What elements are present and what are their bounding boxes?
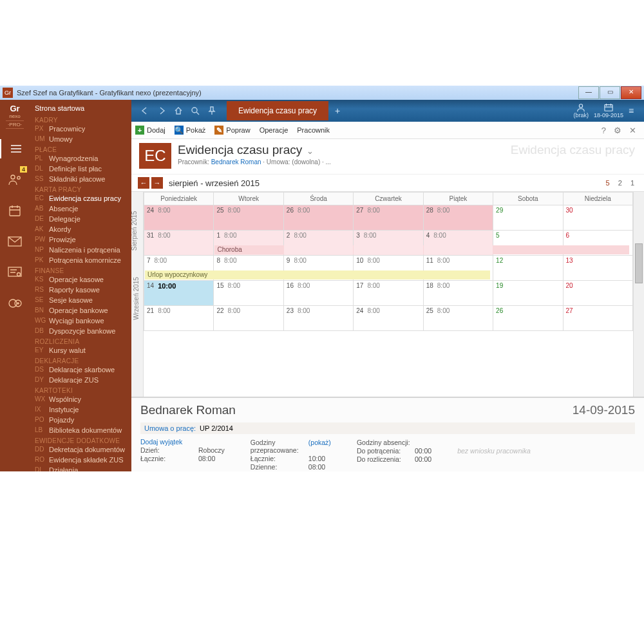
calendar-cell[interactable]: 6 <box>563 231 632 256</box>
sidebar-item[interactable]: WXWspólnicy <box>30 394 131 404</box>
calendar-cell[interactable]: 258:00 <box>423 306 493 331</box>
calendar-cell[interactable]: 238:00 <box>283 306 353 331</box>
calendar-cell[interactable]: 48:00 <box>423 231 493 256</box>
zoom-2[interactable]: 2 <box>618 179 622 187</box>
calendar-cell[interactable]: 178:00 <box>354 281 423 306</box>
toolbar-show[interactable]: 🔍Pokaż <box>175 126 206 135</box>
sidebar-item[interactable]: POPojazdy <box>30 415 131 425</box>
rail-clock-icon[interactable] <box>5 201 24 220</box>
sidebar-item[interactable]: BNOperacje bankowe <box>30 305 131 316</box>
sidebar-item[interactable]: EYKursy walut <box>30 345 131 355</box>
sidebar-item[interactable]: PXPracownicy <box>30 124 131 134</box>
toolbar-ops[interactable]: Operacje <box>260 126 289 134</box>
scrollbar-vertical[interactable] <box>633 192 644 397</box>
rail-menu-icon[interactable] <box>0 139 31 158</box>
calendar-cell[interactable]: 12 <box>493 256 563 281</box>
calendar-cell[interactable]: 27 <box>563 306 632 331</box>
calendar-cell[interactable]: 18:00Choroba <box>214 231 283 256</box>
maximize-button[interactable]: ▭ <box>600 86 620 99</box>
sidebar-item[interactable]: PLWynagrodzenia <box>30 153 131 164</box>
zoom-5[interactable]: 5 <box>606 179 610 187</box>
sidebar-item[interactable]: DLDefinicje list płac <box>30 164 131 174</box>
calendar-cell[interactable]: 228:00 <box>214 306 283 331</box>
ribbon-menu-icon[interactable]: ≡ <box>629 106 639 116</box>
sidebar-item[interactable]: DBDyspozycje bankowe <box>30 326 131 336</box>
rail-cert-icon[interactable] <box>5 263 24 282</box>
calendar-cell[interactable]: 5 <box>493 231 563 256</box>
page-title[interactable]: Ewidencja czasu pracy ⌄ <box>178 143 511 157</box>
calendar-cell[interactable]: 78:00Urlop wypoczynkowy <box>144 256 214 281</box>
calendar-grid[interactable]: PoniedziałekWtorekŚrodaCzwartekPiątekSob… <box>144 192 633 397</box>
calendar-cell[interactable]: 188:00 <box>423 281 493 306</box>
sidebar-item[interactable]: IXInstytucje <box>30 404 131 415</box>
calendar-cell[interactable]: 38:00 <box>354 231 423 256</box>
contract-label[interactable]: Umowa o pracę: <box>144 424 196 432</box>
sidebar-item[interactable]: PWProwizje <box>30 234 131 245</box>
calendar-cell[interactable]: 98:00 <box>283 256 353 281</box>
calendar-cell[interactable]: 20 <box>563 281 632 306</box>
calendar-cell[interactable]: 288:00 <box>423 205 493 231</box>
sidebar-item[interactable]: ECEwidencja czasu pracy <box>30 193 131 204</box>
rail-mail-icon[interactable] <box>5 232 24 251</box>
minimize-button[interactable]: — <box>578 86 599 99</box>
ribbon-user[interactable]: (brak) <box>573 103 589 118</box>
calendar-cell[interactable]: 13 <box>563 256 632 281</box>
sidebar-item[interactable]: WGWyciągi bankowe <box>30 316 131 326</box>
calendar-cell[interactable]: 29 <box>493 205 563 231</box>
nav-fwd-icon[interactable] <box>156 106 167 116</box>
sidebar-item[interactable]: SESesje kasowe <box>30 295 131 305</box>
ribbon-add-tab[interactable]: + <box>335 106 340 116</box>
calendar-cell[interactable]: 268:00 <box>283 205 353 231</box>
sidebar-item[interactable]: DEDelegacje <box>30 214 131 224</box>
calendar-cell[interactable]: 168:00 <box>283 281 353 306</box>
nav-search-icon[interactable] <box>190 106 200 116</box>
sidebar-item[interactable]: UMUmowy <box>30 134 131 144</box>
sidebar-home[interactable]: Strona startowa <box>30 102 131 115</box>
calendar-cell[interactable]: 158:00 <box>214 281 283 306</box>
zoom-1[interactable]: 1 <box>630 179 634 187</box>
toolbar-add[interactable]: +Dodaj <box>135 126 166 135</box>
sidebar-item[interactable]: DYDeklaracje ZUS <box>30 375 131 385</box>
sidebar-item[interactable]: KSOperacje kasowe <box>30 274 131 285</box>
calendar-cell[interactable]: 30 <box>563 205 632 231</box>
toolbar-fix[interactable]: ✎Popraw <box>214 126 250 135</box>
ribbon-date[interactable]: 18-09-2015 <box>594 103 623 118</box>
nav-home-icon[interactable] <box>173 106 184 116</box>
calendar-cell[interactable]: 248:00 <box>144 205 214 231</box>
calendar-cell[interactable]: 118:00 <box>423 256 493 281</box>
calendar-cell[interactable]: 318:00 <box>144 231 214 256</box>
sidebar-item[interactable]: NPNaliczenia i potrącenia <box>30 245 131 255</box>
sidebar-item[interactable]: SSSkładniki płacowe <box>30 174 131 184</box>
sidebar-item[interactable]: DSDeklaracje skarbowe <box>30 365 131 375</box>
rail-add-icon[interactable] <box>5 294 24 313</box>
calendar-cell[interactable]: 1410:00 <box>144 281 214 306</box>
prev-month-button[interactable]: ← <box>138 177 149 189</box>
sidebar-item[interactable]: ROEwidencja składek ZUS <box>30 455 131 465</box>
sidebar-item[interactable]: RSRaporty kasowe <box>30 285 131 295</box>
calendar-cell[interactable]: 26 <box>493 306 563 331</box>
calendar-cell[interactable]: 108:00 <box>354 256 423 281</box>
panel-close-icon[interactable]: ✕ <box>629 126 636 135</box>
calendar-cell[interactable]: 258:00 <box>214 205 283 231</box>
rail-users-icon[interactable]: 4 <box>5 170 24 189</box>
ribbon-tab-active[interactable]: Ewidencja czasu pracy <box>227 101 328 120</box>
sidebar-item[interactable]: AKAkordy <box>30 224 131 234</box>
next-month-button[interactable]: → <box>151 177 163 189</box>
sidebar-item[interactable]: DIDziałania <box>30 465 131 471</box>
help-icon[interactable]: ? <box>601 126 606 135</box>
calendar-cell[interactable]: 88:00 <box>214 256 283 281</box>
nav-pin-icon[interactable] <box>207 106 217 116</box>
calendar-cell[interactable]: 28:00 <box>283 231 353 256</box>
sidebar-item[interactable]: ABAbsencje <box>30 204 131 214</box>
calendar-cell[interactable]: 19 <box>493 281 563 306</box>
employee-link[interactable]: Bednarek Roman <box>211 158 261 166</box>
toolbar-emp[interactable]: Pracownik <box>297 126 330 134</box>
calendar-cell[interactable]: 218:00 <box>144 306 214 331</box>
calendar-cell[interactable]: 248:00 <box>354 306 423 331</box>
gear-icon[interactable]: ⚙ <box>614 126 621 135</box>
close-button[interactable]: ✕ <box>621 86 641 99</box>
calendar-cell[interactable]: 278:00 <box>354 205 423 231</box>
show-hours-link[interactable]: (pokaż) <box>308 439 331 454</box>
nav-back-icon[interactable] <box>140 106 150 116</box>
sidebar-item[interactable]: LBBiblioteka dokumentów <box>30 425 131 435</box>
